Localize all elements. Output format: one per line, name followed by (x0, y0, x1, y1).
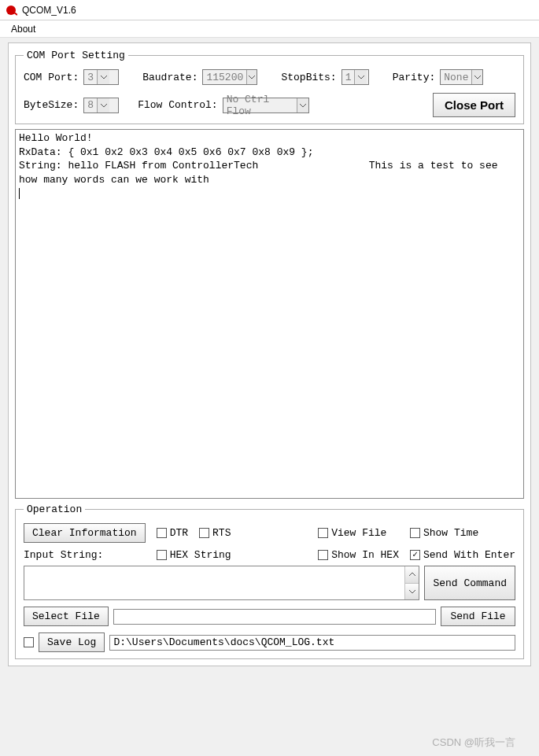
terminal-text: Hello World! RxData: { 0x1 0x2 0x3 0x4 0… (19, 132, 504, 186)
stopbits-label: StopBits: (281, 72, 336, 83)
text-cursor-icon (19, 188, 20, 199)
send-command-button[interactable]: Send Command (424, 566, 515, 600)
select-file-button[interactable]: Select File (24, 607, 109, 626)
chevron-down-icon (97, 70, 109, 84)
client-area: COM Port Setting COM Port: 3 Baudrate: 1… (0, 38, 539, 674)
chevron-down-icon (246, 70, 257, 84)
operation-fieldset: Operation Clear Information DTR RTS View… (15, 503, 524, 659)
flowcontrol-select[interactable]: No Ctrl Flow (223, 98, 309, 113)
input-string-label: Input String: (24, 549, 146, 561)
view-file-checkbox[interactable]: View File (318, 527, 399, 539)
input-spinner (404, 566, 419, 599)
spin-down-button[interactable] (405, 584, 419, 600)
bytesize-select[interactable]: 8 (83, 98, 119, 113)
baudrate-label: Baudrate: (142, 72, 198, 83)
send-file-button[interactable]: Send File (441, 607, 515, 626)
hex-string-checkbox[interactable]: HEX String (157, 549, 231, 561)
menubar: About (0, 20, 539, 38)
rts-checkbox[interactable]: RTS (199, 527, 231, 539)
flowcontrol-label: Flow Control: (138, 99, 217, 111)
titlebar: QCOM_V1.6 (0, 0, 539, 20)
file-path-field[interactable] (113, 609, 436, 625)
bytesize-label: ByteSize: (24, 99, 79, 111)
stopbits-select[interactable]: 1 (341, 69, 369, 85)
watermark: CSDN @听我一言 (432, 736, 515, 750)
send-with-enter-checkbox[interactable]: ✓Send With Enter (410, 549, 515, 561)
show-time-checkbox[interactable]: Show Time (410, 527, 515, 539)
close-port-button[interactable]: Close Port (433, 93, 515, 117)
comport-label: COM Port: (24, 72, 79, 83)
menu-about[interactable]: About (6, 22, 40, 36)
chevron-down-icon (471, 70, 482, 84)
save-log-checkbox[interactable] (24, 637, 34, 647)
input-string-textarea[interactable] (24, 566, 419, 600)
operation-legend: Operation (24, 503, 85, 515)
comport-select[interactable]: 3 (83, 69, 119, 85)
spin-up-button[interactable] (405, 566, 419, 584)
chevron-down-icon (97, 98, 109, 112)
app-icon (5, 4, 17, 17)
window-title: QCOM_V1.6 (22, 5, 76, 16)
parity-label: Parity: (393, 72, 436, 83)
save-log-button[interactable]: Save Log (39, 632, 105, 652)
parity-select[interactable]: None (440, 69, 483, 85)
chevron-down-icon (297, 98, 308, 112)
checkmark-icon: ✓ (410, 550, 420, 560)
main-panel: COM Port Setting COM Port: 3 Baudrate: 1… (8, 42, 531, 666)
chevron-down-icon (354, 70, 367, 84)
comport-legend: COM Port Setting (24, 50, 128, 61)
show-in-hex-checkbox[interactable]: Show In HEX (318, 549, 399, 561)
clear-information-button[interactable]: Clear Information (24, 523, 146, 543)
baudrate-select[interactable]: 115200 (202, 69, 257, 85)
terminal-output[interactable]: Hello World! RxData: { 0x1 0x2 0x3 0x4 0… (15, 129, 524, 499)
log-path-field[interactable]: D:\Users\Documents\docs\QCOM_LOG.txt (109, 635, 515, 651)
comport-fieldset: COM Port Setting COM Port: 3 Baudrate: 1… (15, 50, 524, 124)
dtr-checkbox[interactable]: DTR (157, 527, 188, 539)
